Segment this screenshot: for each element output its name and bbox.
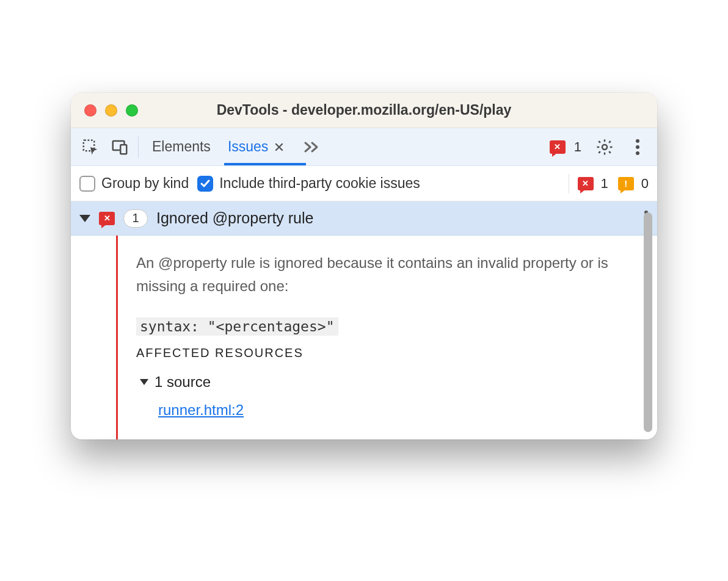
error-icon: ✕ xyxy=(554,143,561,151)
svg-point-6 xyxy=(636,151,639,155)
svg-rect-2 xyxy=(120,145,126,154)
inspect-element-icon[interactable] xyxy=(77,134,104,161)
tab-issues[interactable]: Issues xyxy=(219,128,293,165)
tab-elements[interactable]: Elements xyxy=(144,128,219,165)
tabstrip: Elements Issues ✕ 1 xyxy=(71,128,657,166)
include-third-party-toggle[interactable]: Include third-party cookie issues xyxy=(197,175,420,192)
window-title: DevTools - developer.mozilla.org/en-US/p… xyxy=(71,102,657,118)
device-toolbar-icon[interactable] xyxy=(106,134,133,161)
checkbox-unchecked-icon xyxy=(79,176,95,192)
sources-disclosure[interactable]: 1 source xyxy=(140,374,633,391)
issue-header[interactable]: ✕ 1 Ignored @property rule xyxy=(71,201,657,236)
tab-label: Elements xyxy=(152,139,211,155)
error-count-badge[interactable]: ✕ xyxy=(550,140,566,154)
scrollbar[interactable] xyxy=(644,208,652,429)
more-tabs-icon[interactable] xyxy=(299,134,326,161)
sources-summary: 1 source xyxy=(155,374,211,391)
group-by-kind-toggle[interactable]: Group by kind xyxy=(79,175,189,192)
separator xyxy=(569,174,569,193)
issue-count-pill: 1 xyxy=(123,209,148,228)
separator xyxy=(138,137,139,157)
svg-point-4 xyxy=(636,139,639,143)
svg-point-5 xyxy=(636,145,639,149)
options-warning-count: 0 xyxy=(641,176,649,192)
close-tab-icon[interactable] xyxy=(274,142,284,152)
warning-count-badge[interactable]: ! xyxy=(618,177,634,190)
tab-label: Issues xyxy=(228,139,268,155)
issue-title: Ignored @property rule xyxy=(156,209,313,227)
disclosure-triangle-icon[interactable] xyxy=(79,215,90,222)
issues-options-bar: Group by kind Include third-party cookie… xyxy=(71,166,657,201)
settings-icon[interactable] xyxy=(591,134,618,161)
issue-count: 1 xyxy=(132,211,139,225)
affected-resources-label: AFFECTED RESOURCES xyxy=(136,346,633,360)
warning-icon: ! xyxy=(624,178,627,189)
issue-description: An @property rule is ignored because it … xyxy=(136,251,633,297)
error-icon: ✕ xyxy=(582,179,589,187)
error-count: 1 xyxy=(574,139,581,155)
devtools-window: DevTools - developer.mozilla.org/en-US/p… xyxy=(71,93,657,439)
svg-point-3 xyxy=(602,145,607,150)
issue-body: An @property rule is ignored because it … xyxy=(71,236,657,439)
options-error-count: 1 xyxy=(601,176,608,192)
include-third-party-label: Include third-party cookie issues xyxy=(219,175,420,192)
group-by-kind-label: Group by kind xyxy=(101,175,189,192)
error-count-badge[interactable]: ✕ xyxy=(578,177,594,190)
kebab-menu-icon[interactable] xyxy=(624,134,651,161)
source-link[interactable]: runner.html:2 xyxy=(158,402,244,418)
issue-severity-error-icon: ✕ xyxy=(99,212,115,225)
issue-code-snippet: syntax: "<percentages>" xyxy=(136,317,338,336)
disclosure-triangle-icon xyxy=(140,379,148,385)
titlebar: DevTools - developer.mozilla.org/en-US/p… xyxy=(71,93,657,128)
checkbox-checked-icon xyxy=(197,176,213,192)
scrollbar-thumb[interactable] xyxy=(644,212,652,432)
